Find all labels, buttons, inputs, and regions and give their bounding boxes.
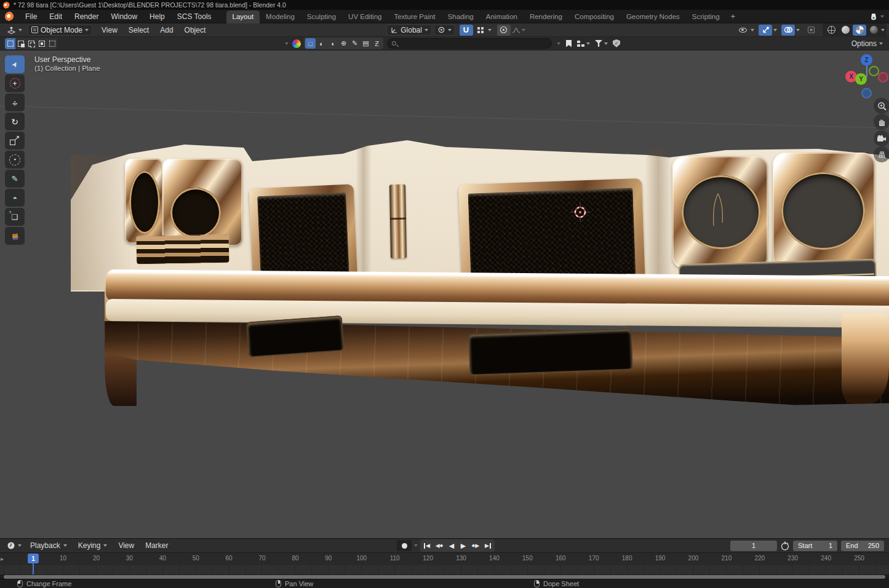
- start-frame-field[interactable]: Start1: [793, 541, 837, 551]
- tab-layout[interactable]: Layout: [226, 10, 260, 23]
- next-keyframe-button[interactable]: ◆▶: [469, 540, 482, 551]
- measure-tool[interactable]: ◗: [5, 189, 25, 207]
- tab-shading[interactable]: Shading: [442, 10, 480, 23]
- editor-type-button[interactable]: [4, 25, 25, 36]
- select-box-tool[interactable]: ➤: [5, 55, 25, 73]
- tab-compositing[interactable]: Compositing: [568, 10, 620, 23]
- object-visibility-button[interactable]: [736, 25, 749, 36]
- car-model-plane-object[interactable]: [0, 50, 889, 538]
- shading-wireframe-button[interactable]: [824, 25, 838, 36]
- annotate-tool[interactable]: ✎: [5, 170, 25, 188]
- transform-tool[interactable]: ▪: [5, 151, 25, 169]
- gizmo-axis-z-neg[interactable]: [861, 88, 872, 98]
- tab-modeling[interactable]: Modeling: [260, 10, 301, 23]
- jump-to-end-button[interactable]: ▶: [482, 540, 493, 551]
- play-button[interactable]: ▶: [458, 540, 469, 551]
- select-mode-invert[interactable]: [36, 38, 47, 49]
- tab-animation[interactable]: Animation: [480, 10, 524, 23]
- tab-rendering[interactable]: Rendering: [524, 10, 568, 23]
- options-dropdown[interactable]: Options: [851, 39, 889, 48]
- playhead[interactable]: 1: [28, 554, 39, 563]
- jump-to-start-button[interactable]: ◀: [421, 540, 433, 551]
- viewport-3d[interactable]: User Perspective (1) Collection | Plane …: [0, 50, 889, 538]
- zoom-view-button[interactable]: [874, 98, 889, 114]
- rotate-tool[interactable]: ↻: [5, 113, 25, 130]
- add-cube-tool[interactable]: ❏: [5, 208, 25, 226]
- shading-rendered-button[interactable]: [867, 25, 880, 36]
- transform-orientation-selector[interactable]: Global: [386, 25, 432, 36]
- menu-edit[interactable]: Edit: [43, 10, 68, 23]
- timeline-ruler[interactable]: 1020304050607080901001101201301401501601…: [0, 552, 889, 565]
- use-preview-range-toggle stopwatch-icon[interactable]: [781, 541, 789, 550]
- timeline-track-area[interactable]: [0, 565, 889, 574]
- gizmo-axis-z[interactable]: Z: [861, 54, 872, 66]
- proportional-editing-toggle[interactable]: [497, 25, 511, 36]
- timeline-menu-playback[interactable]: Playback: [25, 539, 73, 552]
- tab-texture-paint[interactable]: Texture Paint: [388, 10, 441, 23]
- tab-sculpting[interactable]: Sculpting: [301, 10, 342, 23]
- menu-select[interactable]: Select: [123, 24, 154, 36]
- snap-target-selector[interactable]: [474, 25, 487, 36]
- mode-filter-paint-icon[interactable]: ◖: [327, 38, 338, 49]
- show-gizmo-toggle[interactable]: [759, 25, 772, 36]
- select-mode-extend[interactable]: [15, 38, 26, 49]
- menu-help[interactable]: Help: [143, 10, 171, 23]
- mode-filter-object-icon[interactable]: □: [305, 38, 316, 49]
- gizmo-axis-y-neg[interactable]: [869, 66, 879, 76]
- pivot-point-selector[interactable]: [434, 25, 455, 36]
- mode-selector[interactable]: Object Mode: [28, 25, 92, 36]
- rounded-chevron-icon[interactable]: [557, 42, 560, 45]
- bookmark-icon[interactable]: [566, 40, 572, 47]
- camera-view-button[interactable]: [874, 130, 889, 146]
- timeline-menu-keying[interactable]: Keying: [73, 539, 113, 552]
- pan-view-button[interactable]: [874, 114, 889, 130]
- xray-toggle[interactable]: [804, 25, 818, 36]
- end-frame-field[interactable]: End250: [841, 541, 884, 551]
- menu-file[interactable]: File: [19, 10, 43, 23]
- timeline-menu-view[interactable]: View: [113, 539, 140, 552]
- auto-keying-toggle[interactable]: [397, 540, 412, 551]
- cursor-tool[interactable]: +: [5, 74, 25, 92]
- select-mode-intersect[interactable]: [47, 38, 57, 49]
- mode-filter-brush-icon[interactable]: ✎: [349, 38, 360, 49]
- view-layer-icon[interactable]: [869, 12, 879, 21]
- mode-filter-duplicate-icon[interactable]: ▤: [361, 38, 371, 49]
- mode-filter-measure-icon[interactable]: Ƶ: [372, 38, 382, 49]
- snap-toggle[interactable]: [460, 25, 473, 36]
- previous-keyframe-button[interactable]: ◀◆: [433, 540, 445, 551]
- current-frame-field[interactable]: 1: [730, 541, 777, 551]
- menu-render[interactable]: Render: [68, 10, 105, 23]
- tab-uv-editing[interactable]: UV Editing: [342, 10, 388, 23]
- menu-add[interactable]: Add: [154, 24, 178, 36]
- color-wheel-icon[interactable]: [292, 39, 301, 48]
- shading-material-preview-button[interactable]: [853, 25, 866, 36]
- shading-solid-button[interactable]: [839, 25, 852, 36]
- menu-object[interactable]: Object: [179, 24, 212, 36]
- collapse-chevron-icon[interactable]: [285, 42, 289, 45]
- select-mode-subtract[interactable]: [26, 38, 36, 49]
- gizmo-axis-y[interactable]: Y: [855, 73, 867, 85]
- gizmo-axis-x-neg[interactable]: [878, 72, 888, 82]
- mode-filter-shading-icon[interactable]: ◐: [316, 38, 327, 49]
- timeline-editor-type-button[interactable]: [4, 540, 25, 551]
- blender-menu-icon[interactable]: [5, 12, 15, 22]
- falloff-curve-icon[interactable]: [512, 26, 520, 34]
- tab-scripting[interactable]: Scripting: [686, 10, 726, 23]
- scs-tools-tool[interactable]: ≋: [5, 227, 25, 245]
- display-mode-icon[interactable]: [577, 41, 584, 47]
- chevron-down-icon[interactable]: [880, 15, 884, 18]
- tab-geometry-nodes[interactable]: Geometry Nodes: [620, 10, 686, 23]
- move-tool[interactable]: ↔: [5, 93, 25, 111]
- menu-window[interactable]: Window: [105, 10, 143, 23]
- filter-funnel-icon[interactable]: [595, 40, 602, 47]
- select-mode-set[interactable]: [5, 38, 15, 49]
- mode-filter-world-icon[interactable]: ⊕: [338, 38, 349, 49]
- scale-tool[interactable]: ↗: [5, 132, 25, 149]
- search-input[interactable]: [399, 40, 535, 47]
- sidebar-expand-arrow[interactable]: ▸: [1, 555, 4, 562]
- menu-scs-tools[interactable]: SCS Tools: [171, 10, 218, 23]
- orthographic-toggle-button[interactable]: [874, 146, 889, 162]
- shield-check-icon[interactable]: ✓: [613, 39, 620, 47]
- add-workspace-button[interactable]: +: [726, 10, 741, 22]
- play-reverse-button[interactable]: ◀: [446, 540, 457, 551]
